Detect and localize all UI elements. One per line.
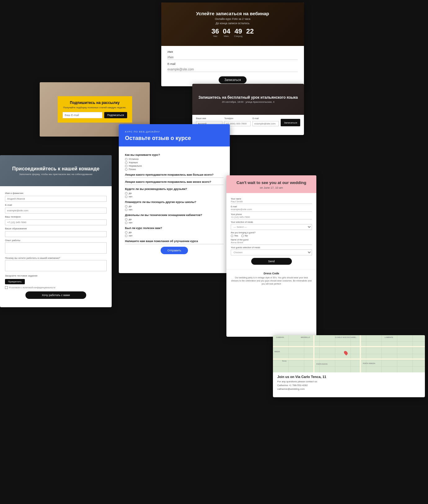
team-experience-input[interactable]: [5, 242, 107, 254]
team-privacy-checkbox[interactable]: [5, 286, 8, 289]
feedback-q4-yes[interactable]: да: [125, 192, 224, 195]
webinar-name-input[interactable]: [167, 55, 298, 60]
team-submit-button[interactable]: Хочу работать с вами: [25, 291, 87, 299]
feedback-q1-opt1[interactable]: Отлично: [125, 158, 224, 160]
wedding-dress-title: Dress Code: [231, 272, 312, 275]
newsletter-desc: Получайте подборку полезных статей кажду…: [63, 106, 127, 109]
italian-email-input[interactable]: [252, 121, 279, 126]
team-email-input[interactable]: [5, 208, 107, 214]
feedback-q6: Довольны ли вы техническим оснащением ка…: [125, 214, 224, 217]
feedback-submit-button[interactable]: Отправить: [161, 247, 188, 254]
feedback-title: Оставьте отзыв о курсе: [125, 135, 224, 142]
feedback-q4-no[interactable]: нет: [125, 195, 224, 198]
webinar-sub2: До конца записи осталось: [216, 22, 250, 25]
wedding-dress-code: Dress Code Our wedding party is in vinta…: [226, 269, 316, 288]
timer-minutes: 04 Мин.: [223, 28, 230, 38]
wedding-email-value: example@site.com: [231, 208, 312, 212]
team-header-text: Присоединяйтесь к нашей команде Заполнит…: [12, 166, 99, 176]
team-form: Имя и фамилия E-mail Ваш телефон Ваше об…: [0, 186, 112, 303]
joinus-map: GAMBARA MIRABELLO S.CARLO VASCOVE SARBE.…: [273, 335, 425, 372]
wedding-guest-yes[interactable]: Yes: [231, 234, 238, 237]
italian-header: Запишитесь на бесплатный урок итальянско…: [192, 84, 304, 115]
team-upload-label: Загрузите тестовое задание: [5, 274, 107, 277]
webinar-email-input[interactable]: [167, 67, 298, 72]
feedback-q3: Лекции какого преподавателя понравились …: [125, 180, 224, 183]
map-lines: GAMBARA MIRABELLO S.CARLO VASCOVE SARBE.…: [273, 335, 425, 372]
wedding-phone-label: Your phone: [231, 213, 312, 215]
team-title: Присоединяйтесь к нашей команде: [12, 166, 99, 172]
joinus-detail2: Catherine +1 788-552-4282: [277, 384, 421, 387]
feedback-q2: Лекции какого преподавателя понравились …: [125, 173, 224, 176]
joinus-info-section: Join us on Via Carlo Tenca, 11 For any q…: [273, 372, 425, 394]
feedback-q1-opt3[interactable]: Нормально: [125, 164, 224, 167]
italian-submit-button[interactable]: Записаться: [281, 119, 300, 126]
team-why-input[interactable]: [5, 260, 107, 271]
feedback-q7: Был ли курс полезен вам?: [125, 227, 224, 230]
webinar-form: Имя E-mail Записаться: [161, 46, 304, 86]
feedback-q8: Напишите нам ваши пожелания об улучшении…: [125, 240, 224, 243]
wedding-guest-meals-select[interactable]: Chicken Fish Vegetarian: [231, 250, 312, 255]
wedding-name-label: Your name: [231, 198, 312, 200]
team-name-input[interactable]: [5, 196, 107, 202]
timer-hours: 36 Час: [212, 28, 219, 38]
wedding-header: Can't wait to see you at our wedding on …: [226, 175, 316, 193]
newsletter-form-row: Подписаться: [63, 112, 127, 118]
italian-title: Запишитесь на бесплатный урок итальянско…: [198, 95, 298, 100]
italian-email-label: E-mail: [252, 117, 279, 119]
feedback-q6-no[interactable]: нет: [125, 221, 224, 224]
feedback-card: КУРС ПО ВЕБ-ДИЗАЙНУ Оставьте отзыв о кур…: [119, 124, 230, 273]
webinar-timer: 36 Час 04 Мин. 49 Секунд 22: [212, 28, 254, 38]
team-privacy-row: Я согласен с политикой конфиденциальност…: [5, 286, 107, 289]
team-header: Присоединяйтесь к нашей команде Заполнит…: [0, 155, 112, 186]
team-privacy-text: Я согласен с политикой конфиденциальност…: [9, 286, 55, 289]
team-card: Присоединяйтесь к нашей команде Заполнит…: [0, 155, 112, 307]
wedding-send-button[interactable]: Send: [251, 258, 292, 265]
joinus-info: Join us on Via Carlo Tenca, 11 For any q…: [277, 375, 421, 391]
feedback-q1-opt4[interactable]: Плохо: [125, 168, 224, 171]
wedding-form: Your name Paul Smith E-mail example@site…: [226, 193, 316, 269]
joinus-detail3: catharine@wedding.com: [277, 387, 421, 391]
team-education-label: Ваше образование: [5, 227, 107, 230]
wedding-guest-meals-label: Your guests selection of meals: [231, 246, 312, 249]
feedback-q5: Планируете ли вы посещать другие курсы ш…: [125, 200, 224, 204]
wedding-guest-yes-radio[interactable]: [231, 235, 233, 237]
webinar-header: Успейте записаться на вебинар Онлайн-кур…: [161, 2, 304, 46]
feedback-q6-yes[interactable]: да: [125, 218, 224, 221]
webinar-submit-button[interactable]: Записаться: [219, 76, 246, 83]
team-phone-input[interactable]: [5, 219, 107, 225]
wedding-guest-options: Yes No: [231, 234, 312, 237]
webinar-card: Успейте записаться на вебинар Онлайн-кур…: [161, 2, 304, 86]
feedback-q5-yes[interactable]: да: [125, 205, 224, 208]
wedding-title: Can't wait to see you at our wedding: [231, 180, 311, 185]
team-upload-button[interactable]: Прикрепить: [5, 279, 25, 284]
team-education-input[interactable]: [5, 231, 107, 237]
team-name-label: Имя и фамилия: [5, 192, 107, 195]
newsletter-submit-button[interactable]: Подписаться: [104, 112, 127, 118]
team-experience-label: Опыт работы: [5, 239, 107, 242]
feedback-body: Как вы оцениваете курс? Отлично Хорошо Н…: [119, 146, 230, 271]
italian-phone-label: Телефон: [224, 117, 251, 119]
feedback-q7-yes[interactable]: да: [125, 231, 224, 234]
wedding-name-value: Paul Smith: [231, 200, 312, 204]
timer-ms: 22: [246, 28, 254, 38]
newsletter-title: Подпишитесь на рассылку: [63, 101, 127, 105]
feedback-q1-opt2[interactable]: Хорошо: [125, 161, 224, 164]
newsletter-email-input[interactable]: [63, 112, 102, 118]
wedding-meals-label: Your selection of meals: [231, 221, 312, 223]
wedding-guest-no[interactable]: No: [241, 234, 248, 237]
wedding-meals-select[interactable]: — Select — Chicken Fish Vegetarian: [231, 224, 312, 230]
wedding-card: Can't wait to see you at our wedding on …: [226, 175, 316, 337]
team-email-label: E-mail: [5, 204, 107, 206]
wedding-dress-text: Our wedding party is in vintage style of…: [231, 276, 312, 285]
wedding-email-label: E-mail: [231, 205, 312, 208]
wedding-guest-name-value: Anna Brent: [231, 241, 312, 245]
newsletter-box: Подпишитесь на рассылку Получайте подбор…: [58, 96, 132, 122]
italian-email-field: E-mail: [252, 117, 279, 126]
team-why-label: Почему вы хотите работать в нашей компан…: [5, 257, 107, 259]
feedback-q7-no[interactable]: нет: [125, 234, 224, 237]
wedding-phone-value: +1 (12) 345-7890: [231, 216, 312, 219]
wedding-guest-no-radio[interactable]: [241, 235, 244, 237]
joinus-card: GAMBARA MIRABELLO S.CARLO VASCOVE SARBE.…: [273, 335, 425, 397]
webinar-email-label: E-mail: [167, 62, 298, 65]
feedback-q5-no[interactable]: нет: [125, 208, 224, 211]
